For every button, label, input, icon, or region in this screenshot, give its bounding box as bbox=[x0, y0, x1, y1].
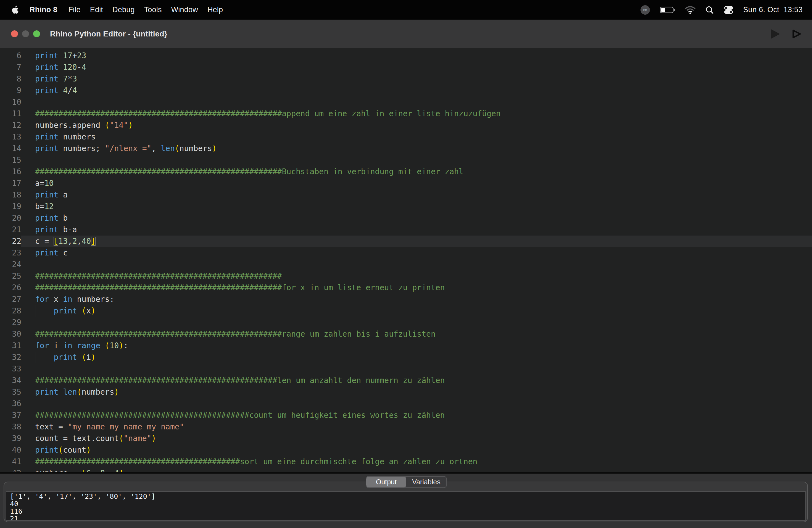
code-text: ########################################… bbox=[21, 282, 812, 294]
code-line[interactable]: 6print 17+23 bbox=[0, 50, 812, 62]
output-console[interactable]: ['1', '4', '17', '23', '80', '120']40116… bbox=[6, 491, 806, 521]
line-number: 37 bbox=[0, 410, 21, 421]
line-number: 11 bbox=[0, 108, 21, 120]
run-filled-icon[interactable] bbox=[771, 29, 780, 39]
code-line[interactable]: 13print numbers bbox=[0, 131, 812, 143]
line-number: 8 bbox=[0, 73, 21, 85]
code-text: print 120-4 bbox=[21, 62, 812, 73]
traffic-lights bbox=[0, 30, 40, 37]
code-line[interactable]: 14print numbers; "/nlenx =", len(numbers… bbox=[0, 143, 812, 155]
control-center-icon[interactable] bbox=[723, 5, 734, 14]
code-text: ########################################… bbox=[21, 270, 812, 282]
menu-help[interactable]: Help bbox=[207, 5, 223, 14]
line-number: 41 bbox=[0, 456, 21, 468]
line-number: 27 bbox=[0, 294, 21, 305]
menubar-clock[interactable]: Sun 6. Oct 13:53 bbox=[743, 5, 802, 14]
code-text: numbers.append ("14") bbox=[21, 120, 812, 131]
code-line[interactable]: 37######################################… bbox=[0, 410, 812, 421]
code-line[interactable]: 11######################################… bbox=[0, 108, 812, 120]
code-line[interactable]: 42numbers = [6, 8, 4] bbox=[0, 468, 812, 472]
line-number: 24 bbox=[0, 259, 21, 270]
close-button[interactable] bbox=[11, 30, 18, 37]
code-line[interactable]: 24 bbox=[0, 259, 812, 270]
menubar-app-name[interactable]: Rhino 8 bbox=[30, 5, 57, 14]
code-line[interactable]: 35print len(numbers) bbox=[0, 386, 812, 398]
line-number: 14 bbox=[0, 143, 21, 155]
code-text: numbers = [6, 8, 4] bbox=[21, 468, 812, 472]
code-line[interactable]: 20print b bbox=[0, 212, 812, 224]
code-text: print b bbox=[21, 212, 812, 224]
code-text: print 7*3 bbox=[21, 73, 812, 85]
code-line[interactable]: 36 bbox=[0, 398, 812, 410]
code-text: print (i) bbox=[21, 352, 812, 363]
code-line[interactable]: 23print c bbox=[0, 247, 812, 259]
code-text: print a bbox=[21, 189, 812, 201]
code-line[interactable]: 16######################################… bbox=[0, 166, 812, 178]
line-number: 40 bbox=[0, 444, 21, 456]
code-line[interactable]: 30######################################… bbox=[0, 328, 812, 340]
zoom-button[interactable] bbox=[33, 30, 40, 37]
line-number: 36 bbox=[0, 398, 21, 410]
tab-variables[interactable]: Variables bbox=[406, 476, 446, 487]
line-number: 39 bbox=[0, 433, 21, 444]
menu-file[interactable]: File bbox=[68, 5, 81, 14]
line-number: 13 bbox=[0, 131, 21, 143]
line-number: 22 bbox=[0, 236, 21, 247]
line-number: 7 bbox=[0, 62, 21, 73]
indent-guide bbox=[35, 352, 36, 363]
code-line[interactable]: 26######################################… bbox=[0, 282, 812, 294]
code-line[interactable]: 27for x in numbers: bbox=[0, 294, 812, 305]
minimize-button[interactable] bbox=[22, 30, 29, 37]
code-line[interactable]: 41######################################… bbox=[0, 456, 812, 468]
code-line[interactable]: 31for i in range (10): bbox=[0, 340, 812, 352]
run-outline-icon[interactable] bbox=[792, 29, 801, 39]
line-number: 15 bbox=[0, 155, 21, 166]
menu-debug[interactable]: Debug bbox=[112, 5, 135, 14]
code-line[interactable]: 17a=10 bbox=[0, 178, 812, 189]
menu-window[interactable]: Window bbox=[171, 5, 198, 14]
code-text bbox=[21, 363, 812, 375]
spotlight-icon[interactable] bbox=[705, 5, 714, 14]
code-text: ########################################… bbox=[21, 166, 812, 178]
code-line[interactable]: 9print 4/4 bbox=[0, 85, 812, 97]
line-number: 26 bbox=[0, 282, 21, 294]
battery-icon[interactable] bbox=[660, 6, 675, 14]
code-line[interactable]: 15 bbox=[0, 155, 812, 166]
code-text: print c bbox=[21, 247, 812, 259]
code-text: ########################################… bbox=[21, 108, 812, 120]
code-line[interactable]: 18print a bbox=[0, 189, 812, 201]
wifi-icon[interactable] bbox=[685, 6, 696, 14]
code-line[interactable]: 28 print (x) bbox=[0, 305, 812, 317]
line-number: 30 bbox=[0, 328, 21, 340]
code-line[interactable]: 34######################################… bbox=[0, 375, 812, 386]
code-text: ########################################… bbox=[21, 410, 812, 421]
menubar: Rhino 8 FileEditDebugToolsWindowHelp ∞Su… bbox=[0, 0, 812, 19]
code-line[interactable]: 22c = [13,2,40] bbox=[0, 236, 812, 247]
code-line[interactable]: 38text = "my name my name my name" bbox=[0, 421, 812, 433]
line-number: 31 bbox=[0, 340, 21, 352]
code-line[interactable]: 21print b-a bbox=[0, 224, 812, 236]
code-line[interactable]: 8print 7*3 bbox=[0, 73, 812, 85]
code-editor[interactable]: 6print 17+237print 120-48print 7*39print… bbox=[0, 48, 812, 472]
code-line[interactable]: 33 bbox=[0, 363, 812, 375]
code-line[interactable]: 10 bbox=[0, 97, 812, 108]
menu-tools[interactable]: Tools bbox=[144, 5, 162, 14]
code-line[interactable]: 32 print (i) bbox=[0, 352, 812, 363]
line-number: 34 bbox=[0, 375, 21, 386]
code-line[interactable]: 29 bbox=[0, 317, 812, 328]
code-line[interactable]: 7print 120-4 bbox=[0, 62, 812, 73]
code-line[interactable]: 19b=12 bbox=[0, 201, 812, 212]
code-line[interactable]: 40print(count) bbox=[0, 444, 812, 456]
code-text bbox=[21, 155, 812, 166]
code-line[interactable]: 12numbers.append ("14") bbox=[0, 120, 812, 131]
creative-cloud-icon[interactable]: ∞ bbox=[640, 5, 650, 15]
code-line[interactable]: 39count = text.count("name") bbox=[0, 433, 812, 444]
window-title: Rhino Python Editor - {untitled} bbox=[50, 30, 168, 39]
menu-edit[interactable]: Edit bbox=[90, 5, 103, 14]
tab-output[interactable]: Output bbox=[366, 476, 406, 487]
apple-menu-icon[interactable] bbox=[11, 5, 18, 14]
line-number: 23 bbox=[0, 247, 21, 259]
code-text: c = [13,2,40] bbox=[21, 236, 812, 247]
code-line[interactable]: 25######################################… bbox=[0, 270, 812, 282]
line-number: 25 bbox=[0, 270, 21, 282]
